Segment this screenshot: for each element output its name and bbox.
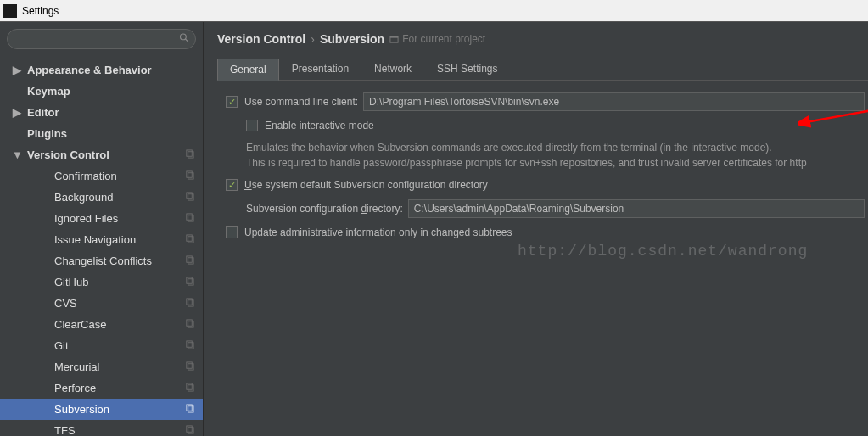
sidebar-item-git[interactable]: Git — [0, 335, 203, 356]
sidebar-item-confirmation[interactable]: Confirmation — [0, 165, 203, 187]
svg-rect-14 — [187, 277, 192, 283]
svg-rect-3 — [188, 152, 193, 158]
svg-rect-10 — [187, 235, 192, 241]
sidebar-item-label: GitHub — [54, 276, 88, 288]
breadcrumb-part: Subversion — [320, 32, 384, 46]
sidebar-item-label: ClearCase — [54, 318, 106, 331]
sidebar-item-background[interactable]: Background — [0, 187, 203, 208]
svg-rect-9 — [188, 215, 193, 221]
sidebar-item-appearance-behavior[interactable]: ▶Appearance & Behavior — [0, 59, 203, 81]
app-icon — [3, 4, 17, 18]
svg-rect-15 — [188, 279, 193, 285]
breadcrumb-sep: › — [311, 32, 315, 46]
sidebar-item-label: Mercurial — [54, 361, 99, 373]
content-panel: Version Control › Subversion For current… — [204, 22, 868, 436]
enable-interactive-label: Enable interactive mode — [265, 120, 374, 131]
sidebar-item-label: Changelist Conflicts — [54, 254, 152, 267]
sidebar-item-github[interactable]: GitHub — [0, 271, 203, 293]
svg-rect-12 — [187, 256, 192, 262]
sidebar-item-label: Plugins — [27, 127, 67, 140]
sidebar-item-cvs[interactable]: CVS — [0, 293, 203, 314]
svg-rect-22 — [187, 362, 192, 368]
tab-presentation[interactable]: Presentation — [279, 58, 361, 80]
svg-rect-6 — [187, 193, 192, 198]
project-scope-icon — [185, 234, 194, 245]
svg-rect-2 — [187, 150, 192, 156]
sidebar-item-label: CVS — [54, 297, 77, 310]
use-cmdline-checkbox[interactable] — [226, 96, 238, 108]
use-cmdline-label: Use command line client: — [244, 96, 358, 108]
svg-rect-25 — [188, 385, 193, 391]
sidebar-item-label: Subversion — [54, 403, 109, 416]
general-panel: Use command line client: Enable interact… — [217, 81, 868, 250]
project-scope-icon — [185, 192, 194, 203]
svg-rect-28 — [187, 426, 192, 432]
sidebar-item-label: Confirmation — [54, 170, 117, 182]
sidebar-item-issue-navigation[interactable]: Issue Navigation — [0, 229, 203, 250]
update-admin-checkbox[interactable] — [226, 226, 238, 238]
sidebar-item-keymap[interactable]: Keymap — [0, 81, 203, 102]
sidebar-item-version-control[interactable]: ▼Version Control — [0, 144, 203, 165]
sidebar-item-label: Issue Navigation — [54, 233, 136, 246]
sidebar-item-label: Ignored Files — [54, 212, 118, 225]
breadcrumb-hint: For current project — [389, 33, 485, 45]
svg-rect-8 — [187, 214, 192, 220]
breadcrumb: Version Control › Subversion For current… — [217, 32, 868, 46]
chevron-right-icon: ▶ — [12, 64, 22, 76]
svg-rect-23 — [188, 364, 193, 370]
sidebar-item-label: Editor — [27, 106, 59, 119]
breadcrumb-part: Version Control — [217, 32, 305, 46]
svg-rect-31 — [390, 36, 398, 37]
chevron-down-icon: ▼ — [12, 148, 22, 161]
config-dir-label: Subversion configuration directory: — [246, 203, 403, 215]
sidebar-item-tfs[interactable]: TFS — [0, 420, 203, 436]
tab-general[interactable]: General — [217, 59, 279, 81]
sidebar-item-label: Appearance & Behavior — [27, 64, 152, 76]
project-scope-icon — [185, 170, 194, 182]
update-admin-label: Update administrative information only i… — [244, 226, 512, 238]
project-scope-icon — [185, 255, 194, 266]
project-scope-icon — [185, 340, 194, 351]
project-scope-icon — [185, 425, 194, 436]
sidebar-item-editor[interactable]: ▶Editor — [0, 102, 203, 123]
enable-interactive-checkbox[interactable] — [246, 120, 258, 131]
tab-ssh-settings[interactable]: SSH Settings — [424, 58, 510, 80]
sidebar-item-plugins[interactable]: Plugins — [0, 123, 203, 144]
svg-rect-29 — [188, 428, 193, 433]
project-scope-icon — [185, 277, 194, 288]
sidebar-item-changelist-conflicts[interactable]: Changelist Conflicts — [0, 250, 203, 271]
svg-rect-13 — [188, 258, 193, 264]
settings-tree: ▶Appearance & BehaviorKeymap▶EditorPlugi… — [0, 56, 203, 436]
svg-rect-20 — [187, 341, 192, 347]
chevron-right-icon: ▶ — [12, 106, 22, 119]
svg-rect-4 — [187, 171, 192, 177]
sidebar-item-label: Background — [54, 191, 113, 204]
sidebar-item-label: Git — [54, 339, 69, 352]
sidebar-item-subversion[interactable]: Subversion — [0, 399, 203, 420]
sidebar-item-mercurial[interactable]: Mercurial — [0, 356, 203, 377]
sidebar: ▶Appearance & BehaviorKeymap▶EditorPlugi… — [0, 22, 204, 436]
cmdline-path-input[interactable] — [363, 92, 865, 111]
use-system-default-checkbox[interactable] — [226, 179, 238, 191]
svg-rect-7 — [188, 194, 193, 200]
sidebar-item-label: Perforce — [54, 382, 96, 394]
use-system-default-label: Use system default Subversion configurat… — [244, 179, 488, 191]
tab-network[interactable]: Network — [361, 58, 424, 80]
svg-rect-18 — [187, 320, 192, 326]
sidebar-item-clearcase[interactable]: ClearCase — [0, 314, 203, 335]
svg-rect-11 — [188, 237, 193, 243]
svg-rect-5 — [188, 173, 193, 179]
svg-rect-21 — [188, 343, 193, 349]
config-dir-input[interactable] — [408, 199, 865, 218]
sidebar-item-perforce[interactable]: Perforce — [0, 377, 203, 399]
sidebar-item-label: TFS — [54, 424, 76, 436]
svg-rect-16 — [187, 299, 192, 305]
svg-rect-19 — [188, 321, 193, 327]
window-title: Settings — [22, 5, 59, 17]
sidebar-item-ignored-files[interactable]: Ignored Files — [0, 208, 203, 229]
sidebar-item-label: Keymap — [27, 85, 70, 98]
search-input[interactable] — [7, 29, 196, 49]
project-scope-icon — [185, 298, 194, 309]
svg-rect-17 — [188, 300, 193, 306]
project-scope-icon — [185, 383, 194, 394]
